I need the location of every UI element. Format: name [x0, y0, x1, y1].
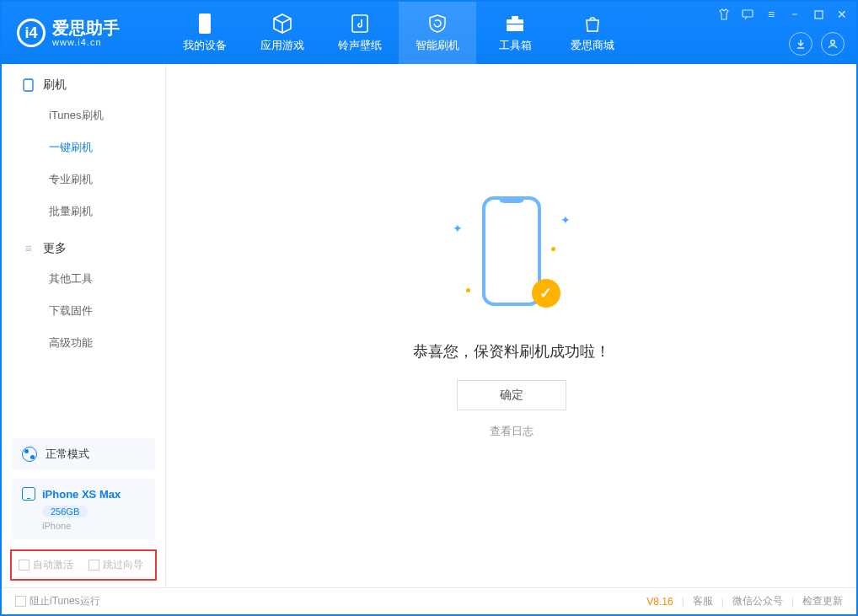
svg-rect-6 [815, 11, 823, 19]
tab-my-device[interactable]: 我的设备 [166, 2, 244, 64]
svg-rect-0 [199, 13, 211, 34]
divider: | [791, 596, 794, 608]
shield-refresh-icon [426, 13, 448, 35]
account-icon[interactable] [821, 32, 845, 56]
sidebar-group-flash: 刷机 [2, 64, 165, 99]
checkbox-icon [15, 596, 26, 607]
svg-point-7 [831, 40, 835, 45]
svg-rect-4 [507, 24, 523, 24]
logo-area: i4 爱思助手 www.i4.cn [2, 2, 166, 64]
checkbox-block-itunes[interactable]: 阻止iTunes运行 [15, 594, 100, 608]
sparkle-icon: ✦ [453, 222, 463, 235]
dot-icon [466, 288, 470, 292]
checkmark-badge-icon: ✓ [532, 279, 560, 308]
device-type: iPhone [42, 521, 145, 531]
footer-right: V8.16 | 客服 | 微信公众号 | 检查更新 [646, 594, 843, 608]
tab-smart-flash[interactable]: 智能刷机 [399, 2, 476, 64]
checkbox-label: 跳过向导 [103, 559, 143, 570]
tab-label: 我的设备 [183, 38, 227, 53]
dot-icon [551, 247, 555, 251]
sidebar-item-batch-flash[interactable]: 批量刷机 [2, 196, 165, 228]
group-title: 刷机 [43, 78, 67, 93]
app-subtitle: www.i4.cn [52, 37, 120, 47]
app-window: i4 爱思助手 www.i4.cn 我的设备 应用游戏 [0, 0, 858, 616]
tab-apps-games[interactable]: 应用游戏 [244, 2, 321, 64]
svg-rect-2 [507, 19, 523, 31]
sidebar-item-pro-flash[interactable]: 专业刷机 [2, 163, 165, 196]
checkbox-auto-activate[interactable]: 自动激活 [19, 558, 73, 572]
checkbox-skip-guide[interactable]: 跳过向导 [88, 558, 143, 572]
device-row: iPhone XS Max [22, 487, 145, 501]
main-content: ✦ ✦ ✓ 恭喜您，保资料刷机成功啦！ 确定 查看日志 [166, 64, 856, 587]
success-illustration: ✦ ✦ ✓ [444, 188, 579, 323]
sidebar: 刷机 iTunes刷机 一键刷机 专业刷机 批量刷机 ≡ 更多 其他工具 下载固… [2, 64, 166, 587]
minimize-button[interactable]: － [787, 7, 802, 22]
sidebar-group-more: ≡ 更多 [2, 228, 165, 263]
device-phone-icon [22, 487, 35, 501]
sidebar-item-advanced[interactable]: 高级功能 [2, 327, 165, 359]
svg-rect-8 [24, 79, 33, 91]
tab-store[interactable]: 爱思商城 [554, 2, 631, 64]
header: i4 爱思助手 www.i4.cn 我的设备 应用游戏 [2, 2, 856, 64]
tab-ringtone-wallpaper[interactable]: 铃声壁纸 [321, 2, 399, 64]
sidebar-item-download-firmware[interactable]: 下载固件 [2, 295, 165, 327]
close-button[interactable]: ✕ [834, 7, 850, 22]
svg-rect-3 [512, 16, 518, 19]
check-update-link[interactable]: 检查更新 [802, 594, 843, 608]
tab-toolbox[interactable]: 工具箱 [476, 2, 554, 64]
ok-button[interactable]: 确定 [457, 380, 566, 410]
app-title: 爱思助手 [52, 19, 120, 37]
checkbox-icon [19, 560, 29, 570]
checkbox-icon [88, 560, 99, 570]
music-note-icon [349, 13, 371, 35]
sidebar-item-other-tools[interactable]: 其他工具 [2, 263, 165, 295]
list-icon: ≡ [22, 243, 35, 255]
mode-icon [22, 447, 37, 462]
logo-text: 爱思助手 www.i4.cn [52, 19, 120, 47]
tab-label: 工具箱 [499, 38, 532, 53]
menu-icon[interactable]: ≡ [764, 7, 779, 22]
briefcase-icon [504, 13, 526, 35]
bag-icon [582, 13, 603, 35]
footer: 阻止iTunes运行 V8.16 | 客服 | 微信公众号 | 检查更新 [2, 587, 856, 614]
version-label: V8.16 [646, 596, 673, 608]
sparkle-icon: ✦ [560, 213, 571, 227]
divider: | [721, 596, 724, 608]
sidebar-nav: 刷机 iTunes刷机 一键刷机 专业刷机 批量刷机 ≡ 更多 其他工具 下载固… [2, 64, 165, 433]
mode-label: 正常模式 [46, 447, 89, 462]
phone-icon [194, 13, 216, 35]
phone-outline-icon [22, 79, 35, 92]
download-manager-icon[interactable] [789, 32, 812, 56]
maximize-button[interactable] [811, 7, 826, 22]
footer-left: 阻止iTunes运行 [15, 594, 100, 608]
checkbox-label: 阻止iTunes运行 [29, 595, 100, 607]
feedback-icon[interactable] [740, 7, 755, 22]
device-mode-box[interactable]: 正常模式 [12, 438, 155, 470]
device-name: iPhone XS Max [42, 488, 121, 501]
sidebar-item-onekey-flash[interactable]: 一键刷机 [2, 131, 165, 163]
header-circle-actions [789, 32, 845, 56]
logo-icon: i4 [17, 19, 46, 47]
tab-label: 铃声壁纸 [338, 38, 382, 53]
top-tabs: 我的设备 应用游戏 铃声壁纸 智能刷机 [166, 2, 631, 64]
tab-label: 智能刷机 [416, 38, 459, 53]
tab-label: 爱思商城 [571, 38, 614, 53]
cube-icon [271, 13, 293, 35]
checkbox-label: 自动激活 [33, 559, 73, 570]
view-log-link[interactable]: 查看日志 [490, 424, 534, 439]
success-message: 恭喜您，保资料刷机成功啦！ [413, 341, 610, 362]
window-controls: ≡ － ✕ [716, 7, 850, 22]
sidebar-item-itunes-flash[interactable]: iTunes刷机 [2, 99, 165, 131]
divider: | [682, 596, 684, 608]
wechat-link[interactable]: 微信公众号 [732, 594, 783, 608]
svg-rect-5 [743, 10, 753, 17]
support-link[interactable]: 客服 [693, 594, 713, 608]
skin-icon[interactable] [716, 7, 732, 22]
tab-label: 应用游戏 [260, 38, 304, 53]
device-storage-badge: 256GB [42, 506, 88, 517]
options-highlight-box: 自动激活 跳过向导 [10, 549, 157, 581]
group-title: 更多 [43, 241, 67, 256]
body: 刷机 iTunes刷机 一键刷机 专业刷机 批量刷机 ≡ 更多 其他工具 下载固… [2, 64, 856, 587]
device-info-box[interactable]: iPhone XS Max 256GB iPhone [12, 479, 155, 539]
